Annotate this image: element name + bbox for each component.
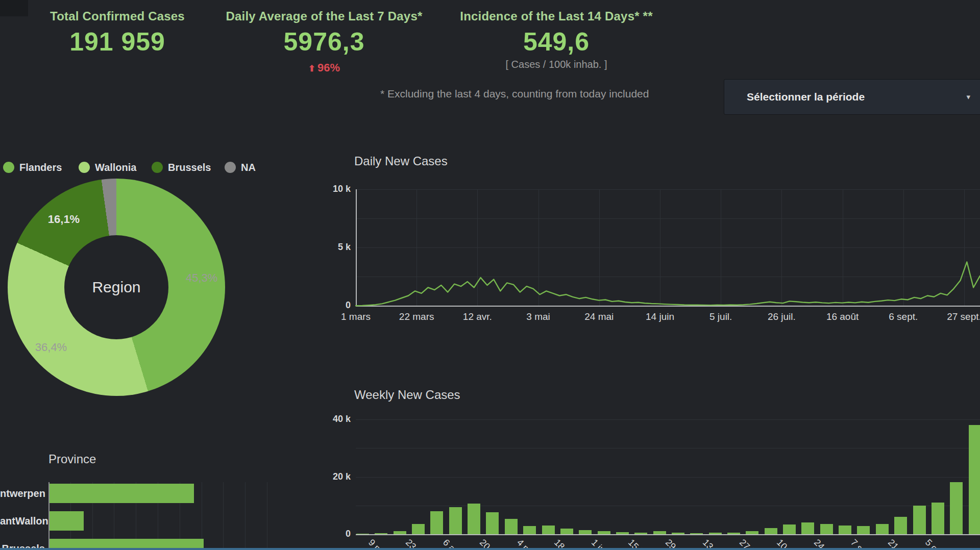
stat-total-confirmed: Total Confirmed Cases 191 959	[20, 9, 214, 57]
y-tick-label: 0	[319, 300, 351, 311]
weekly-bar	[765, 528, 777, 534]
weekly-bar	[356, 534, 369, 535]
province-bar	[50, 511, 84, 531]
stat-incidence-value: 549,6	[449, 27, 664, 57]
stat-daily-avg-title: Daily Average of the Last 7 Days*	[219, 9, 429, 23]
weekly-bar	[801, 522, 814, 534]
weekly-bar	[820, 524, 833, 534]
weekly-bar	[542, 526, 555, 534]
weekly-bar	[449, 507, 462, 534]
weekly-bar	[690, 533, 703, 534]
stat-incidence-title: Incidence of the Last 14 Days* **	[449, 9, 664, 23]
weekly-bar	[468, 504, 480, 534]
legend-item-brussels[interactable]: Brussels	[152, 162, 211, 173]
weekly-bar	[486, 512, 499, 534]
legend-item-flanders[interactable]: Flanders	[3, 162, 62, 173]
gridline	[356, 506, 980, 506]
footnote-text: * Excluding the last 4 days, counting fr…	[380, 88, 649, 100]
legend-item-label: Flanders	[19, 162, 62, 173]
x-tick-label: 6 sept.	[873, 311, 934, 322]
weekly-bar	[560, 529, 573, 534]
region-donut-chart: Region 16,1% 45,3% 36,4%	[8, 179, 225, 396]
stat-daily-average: Daily Average of the Last 7 Days* 5976,3…	[219, 9, 429, 74]
up-arrow-icon: ⬆	[308, 64, 315, 73]
weekly-bar	[672, 533, 684, 534]
weekly-bar	[950, 482, 963, 534]
weekly-bar	[634, 533, 647, 534]
x-tick-label: 26 juil.	[751, 311, 812, 322]
weekly-bar	[969, 425, 980, 534]
x-axis-line	[356, 534, 980, 535]
weekly-bar	[375, 533, 387, 534]
period-selector-dropdown[interactable]: Sélectionner la période ▾	[724, 79, 980, 115]
x-tick-label: 14 juin	[629, 311, 691, 322]
weekly-bar	[913, 506, 926, 534]
stat-daily-avg-value: 5976,3	[219, 27, 429, 57]
province-row-label: antWallon	[0, 515, 45, 527]
weekly-bar	[894, 517, 907, 534]
chevron-down-icon: ▾	[966, 92, 970, 102]
stat-incidence-subtitle: [ Cases / 100k inhab. ]	[449, 59, 664, 70]
gridline	[223, 482, 224, 550]
period-selector-label: Sélectionner la période	[747, 91, 865, 103]
x-tick-label: 22 mars	[386, 311, 447, 322]
daily-line-series	[356, 189, 980, 308]
stat-total-value: 191 959	[20, 27, 214, 57]
x-tick-label: 3 mai	[508, 311, 569, 322]
x-tick-label: 5 juil.	[690, 311, 751, 322]
y-tick-label: 10 k	[319, 184, 351, 194]
weekly-bar	[932, 503, 944, 534]
weekly-bar	[598, 531, 610, 534]
donut-hole: Region	[64, 235, 168, 339]
x-tick-label: 1 mars	[325, 311, 386, 322]
legend-item-label: Wallonia	[95, 162, 136, 173]
legend-item-label: NA	[241, 162, 256, 173]
weekly-bar	[412, 524, 425, 534]
donut-center-label: Region	[92, 279, 140, 296]
y-tick-label: 5 k	[319, 242, 351, 253]
x-tick-label: 27 sept.	[934, 311, 980, 322]
legend-dot-icon	[225, 162, 236, 173]
gridline	[356, 477, 980, 478]
weekly-bar	[523, 526, 536, 534]
gridline	[267, 482, 267, 550]
weekly-bar	[430, 511, 443, 534]
province-row-label: ntwerpen	[0, 488, 45, 499]
weekly-bar	[727, 533, 740, 534]
legend-dot-icon	[3, 162, 14, 173]
y-tick-label: 40 k	[319, 414, 351, 424]
weekly-bar	[394, 531, 406, 534]
legend-dot-icon	[79, 162, 90, 173]
legend-item-wallonia[interactable]: Wallonia	[79, 162, 136, 173]
stat-daily-avg-delta: ⬆96%	[219, 61, 429, 74]
gridline	[356, 419, 980, 420]
stat-daily-avg-delta-value: 96%	[317, 61, 340, 74]
weekly-bar	[857, 526, 870, 534]
province-bar	[50, 484, 194, 503]
y-tick-label: 20 k	[319, 471, 351, 482]
y-tick-label: 0	[319, 529, 351, 539]
gridline	[356, 448, 980, 448]
legend-item-na[interactable]: NA	[225, 162, 256, 173]
weekly-bar	[653, 531, 666, 534]
legend-item-label: Brussels	[168, 162, 211, 173]
weekly-bar	[783, 524, 796, 534]
daily-chart-title: Daily New Cases	[354, 154, 448, 168]
donut-pct-brussels: 16,1%	[48, 213, 80, 226]
weekly-bar	[746, 531, 758, 534]
weekly-bar	[709, 533, 722, 534]
gridline	[245, 482, 246, 550]
weekly-bar	[616, 532, 629, 535]
stat-total-title: Total Confirmed Cases	[20, 9, 214, 23]
x-tick-label: 16 août	[812, 311, 873, 322]
weekly-bar	[505, 519, 518, 534]
stat-incidence: Incidence of the Last 14 Days* ** 549,6 …	[449, 9, 664, 70]
donut-pct-wallonia: 36,4%	[35, 341, 67, 354]
donut-pct-flanders: 45,3%	[186, 271, 217, 285]
weekly-bar	[579, 530, 592, 534]
cropped-bottom-panel-edge	[0, 548, 980, 550]
legend-dot-icon	[152, 162, 163, 173]
weekly-bar	[876, 524, 889, 534]
weekly-chart-title: Weekly New Cases	[354, 388, 460, 402]
x-tick-label: 24 mai	[569, 311, 630, 322]
